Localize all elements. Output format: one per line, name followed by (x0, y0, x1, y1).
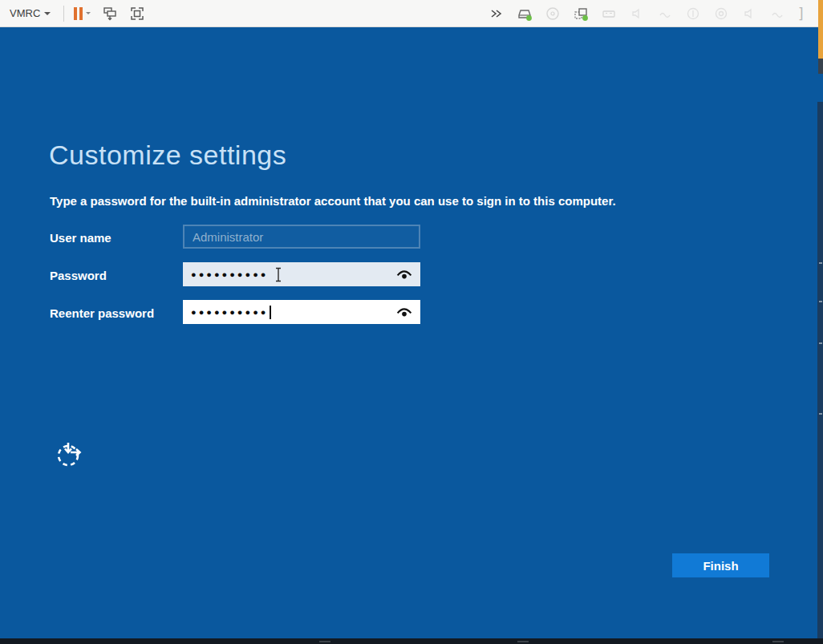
show-more-button[interactable] (487, 4, 506, 23)
password-reveal-eye-icon (396, 269, 412, 280)
pin-toolbar-icon: ] (797, 6, 805, 22)
reveal-password-button[interactable] (396, 269, 412, 280)
fullscreen-button[interactable] (128, 4, 147, 23)
generic-device-icon (769, 6, 785, 22)
vmrc-menu-button[interactable]: VMRC (5, 5, 55, 22)
background-window-sliver (818, 0, 823, 59)
vm-display: Customize settings Type a password for t… (0, 28, 823, 638)
screen-edge-artifact (819, 262, 822, 264)
vmrc-toolbar: VMRC (0, 0, 823, 27)
generic-device-button[interactable] (768, 4, 787, 23)
pause-icon (74, 7, 83, 20)
background-window-sliver-dark (818, 59, 823, 74)
page-subtitle: Type a password for the built-in adminis… (50, 194, 616, 208)
chevron-down-icon (86, 12, 91, 14)
username-input[interactable] (183, 225, 420, 249)
screen-edge-artifact (819, 413, 822, 415)
chevron-down-icon (44, 12, 51, 15)
cd-drive-device-button[interactable] (543, 4, 562, 23)
finish-button[interactable]: Finish (672, 553, 769, 577)
reveal-password-button[interactable] (396, 307, 412, 318)
memory-device-button[interactable] (599, 4, 618, 23)
send-ctrl-alt-del-icon (102, 6, 118, 22)
fullscreen-icon (129, 6, 145, 22)
page-title: Customize settings (49, 140, 286, 171)
sound-card-icon (685, 6, 701, 22)
text-caret (270, 306, 271, 319)
memory-icon (601, 6, 617, 22)
hard-disk-icon (517, 6, 533, 22)
bottom-edge-artifact (319, 641, 330, 642)
webcam-device-button[interactable] (712, 4, 731, 23)
serial-port-icon (657, 6, 673, 22)
vmrc-menu-label: VMRC (10, 7, 40, 19)
bottom-edge-artifact (772, 641, 784, 642)
password-label: Password (50, 269, 178, 282)
password-reveal-eye-icon (396, 307, 412, 318)
sound-card-device-button[interactable] (683, 4, 703, 23)
send-ctrl-alt-del-button[interactable] (100, 4, 120, 23)
network-device-button[interactable] (571, 4, 590, 23)
sound-icon (629, 6, 645, 22)
screen-edge-artifact (819, 342, 822, 344)
double-chevron-right-icon (489, 6, 505, 22)
ease-of-access-button[interactable] (53, 438, 85, 470)
sound-device-button[interactable] (627, 4, 647, 23)
pause-vm-button[interactable] (72, 6, 92, 22)
hard-disk-device-button[interactable] (515, 4, 534, 23)
reenter-password-label: Reenter password (50, 306, 178, 320)
webcam-icon (713, 6, 729, 22)
password-masked-value: ●●●●●●●●●● (191, 262, 268, 286)
reenter-password-input[interactable]: ●●●●●●●●●● (183, 300, 420, 324)
username-label: User name (50, 231, 178, 245)
screen-edge-artifact (819, 301, 822, 302)
bottom-edge-artifact (517, 641, 529, 642)
ease-of-access-icon (53, 438, 85, 470)
usb-device-button[interactable] (740, 4, 759, 23)
bottom-edge-strip (0, 638, 823, 644)
cd-drive-icon (545, 6, 561, 22)
reenter-masked-value: ●●●●●●●●●● (191, 300, 268, 324)
mouse-ibeam-cursor (274, 267, 283, 282)
pin-toolbar-button[interactable]: ] (796, 4, 807, 23)
screen-edge-strip (817, 102, 823, 644)
usb-device-icon (741, 6, 757, 22)
password-input[interactable]: ●●●●●●●●●● (183, 262, 420, 286)
toolbar-divider (63, 6, 64, 22)
serial-port-device-button[interactable] (655, 4, 675, 23)
network-adapter-icon (573, 6, 589, 22)
